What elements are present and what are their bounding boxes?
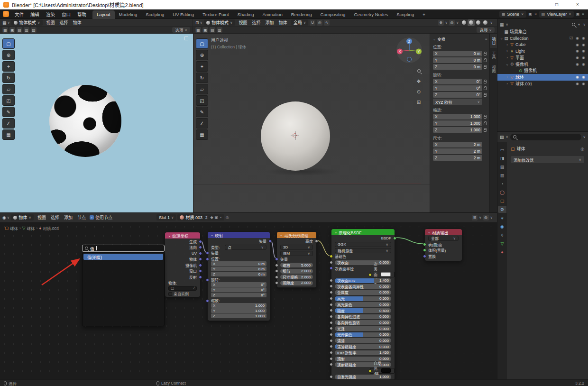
vector-field[interactable]: Z1.000 xyxy=(211,313,266,318)
fractal-type-dropdown[interactable]: fBM∨ xyxy=(280,251,313,256)
output-socket[interactable] xyxy=(199,276,202,279)
bsdf-input-row[interactable]: 次表面各向异性 次表面各向异性0.000 xyxy=(331,284,395,290)
properties-tab[interactable]: ∗ xyxy=(498,214,506,221)
scene-unlink-icon[interactable]: × xyxy=(534,12,537,16)
tool-button[interactable]: ↻ xyxy=(196,73,208,83)
eye-visibility-icon[interactable]: ◉ xyxy=(575,82,579,86)
shader-node-editor[interactable]: ◉∨ 物体∨ 视图选择添加节点 ✓ 使用节点 Slot 1∨ 材质.003 2 … xyxy=(0,212,497,379)
scale-field[interactable]: X1.000 xyxy=(433,114,482,119)
value-slider[interactable]: 清漆粗糙度0.030 xyxy=(335,344,391,349)
ortho-grid-icon[interactable]: ⊞ xyxy=(415,98,423,106)
output-socket[interactable] xyxy=(393,237,396,240)
output-socket[interactable] xyxy=(199,240,202,243)
transform-panel-header[interactable]: ⌄ 变换 ≡ xyxy=(433,36,487,42)
outliner-row[interactable]: › ▽ Cube ◉ ◉ xyxy=(497,41,588,48)
tool-button[interactable]: ◰ xyxy=(2,95,15,106)
value-slider-row[interactable]: 细节2.000 xyxy=(277,268,316,275)
value-slider[interactable]: 自发光强度1.000 xyxy=(335,375,391,379)
location-field[interactable]: Z0 m xyxy=(433,64,482,70)
node-collapse-icon[interactable]: ⌄ xyxy=(211,233,213,237)
editor-type-button[interactable]: ◉∨ xyxy=(2,215,9,220)
node-menu-item[interactable]: 节点 xyxy=(75,214,88,221)
viewlayer-copy-icon[interactable]: ▣ xyxy=(576,12,580,16)
topbar-menu-item[interactable]: 帮助 xyxy=(74,11,90,18)
input-socket[interactable] xyxy=(275,269,278,273)
center-viewport[interactable]: 用户透视 (1) Collection | 球体 ▢⊕+↻▱◰✎∠▦ Z X Y… xyxy=(193,34,497,212)
node-texture-coordinate[interactable]: ⌄ 纹理坐标 生成 法向 UV 物体 xyxy=(165,232,201,297)
node-principled-bsdf[interactable]: ⌄ 原理化BSDF BSDF GGX∨ 随机游走∨ 基础色 xyxy=(331,229,395,379)
object-name[interactable]: 球体.001 xyxy=(515,81,533,87)
bsdf-input-row[interactable]: 透射粗糙度 透射粗糙度0.000 xyxy=(331,362,395,368)
workspace-tab[interactable]: Sculpting xyxy=(141,10,168,19)
rotation-mode-dropdown[interactable]: XYZ 欧拉∨ xyxy=(433,99,482,105)
shading-mode-button[interactable] xyxy=(468,19,475,26)
mode-dropdown[interactable]: 物体模式∨ xyxy=(204,19,235,26)
vector-field[interactable]: Y1.000 xyxy=(211,308,266,313)
input-socket[interactable] xyxy=(330,363,333,366)
input-socket[interactable] xyxy=(330,375,333,378)
bsdf-input-row[interactable]: 各向异性旋转 各向异性旋转0.000 xyxy=(331,320,395,326)
value-slider[interactable]: 金属度0.000 xyxy=(335,290,391,295)
input-socket[interactable] xyxy=(330,351,333,354)
bsdf-input-row[interactable]: 清漆 清漆0.000 xyxy=(331,338,395,344)
workspace-tab[interactable]: Rendering xyxy=(287,10,316,19)
expand-arrow-icon[interactable]: › xyxy=(505,43,509,47)
value-slider[interactable]: 细节2.000 xyxy=(280,269,313,274)
lock-button[interactable] xyxy=(482,80,487,83)
left-viewport[interactable]: ▢⊕+↻▱◰✎∠▦ xyxy=(0,34,193,212)
node-header[interactable]: ⌄ 纹理坐标 xyxy=(165,232,200,239)
minimize-button[interactable]: – xyxy=(525,0,546,9)
tool-button[interactable]: + xyxy=(2,61,15,72)
maximize-button[interactable]: □ xyxy=(546,0,567,9)
search-icon[interactable] xyxy=(572,23,575,26)
input-socket[interactable] xyxy=(330,303,333,306)
vector-field[interactable]: Y0° xyxy=(211,287,266,292)
bsdf-input-row[interactable]: 糙度 糙度0.500 xyxy=(331,308,395,314)
tool-icon[interactable]: ▧ xyxy=(31,27,37,33)
input-socket[interactable] xyxy=(423,243,426,246)
tool-icon[interactable]: ▤ xyxy=(17,27,22,33)
bsdf-input-row[interactable]: 透射 透射0.000 xyxy=(331,356,395,362)
outliner-row[interactable]: ⌄ ⊙ 摄像机 ◉ ◉ xyxy=(497,61,588,67)
expand-arrow-icon[interactable]: › xyxy=(505,75,509,79)
bsdf-input-row[interactable]: 次表面半径 次表面半径 xyxy=(331,266,395,272)
workspace-tab[interactable]: UV Editing xyxy=(168,10,198,19)
overlays-toggle-icon[interactable]: ◍ xyxy=(449,20,455,26)
tool-button[interactable]: ✎ xyxy=(196,107,208,117)
tool-button[interactable]: ▱ xyxy=(196,84,208,94)
value-slider-row[interactable]: 间隙度2.000 xyxy=(277,280,316,286)
textured-sphere-object[interactable] xyxy=(49,85,121,157)
properties-search-input[interactable] xyxy=(510,134,581,140)
topbar-menu-item[interactable]: 渲染 xyxy=(43,11,58,18)
shading-mode-button[interactable] xyxy=(475,19,482,26)
workspace-tab[interactable]: Shading xyxy=(233,10,258,19)
object-name[interactable]: Light xyxy=(515,49,525,54)
lock-button[interactable] xyxy=(482,128,487,132)
bsdf-input-row[interactable]: 次表面 次表面0.000 xyxy=(331,259,395,266)
pan-hand-icon[interactable]: ✥ xyxy=(415,77,423,85)
object-name[interactable]: 场景集合 xyxy=(510,28,527,35)
snap-magnet-icon[interactable]: U xyxy=(310,20,315,26)
bsdf-input-row[interactable]: 高光 高光0.500 xyxy=(331,295,395,302)
input-socket[interactable] xyxy=(206,257,209,261)
outliner-row[interactable]: › ▽ 球体.001 ◉ ◉ xyxy=(497,81,588,87)
gizmo-toggle-icon[interactable]: ⊕ xyxy=(438,20,444,26)
eye-visibility-icon[interactable]: ◉ xyxy=(575,55,579,60)
input-socket[interactable] xyxy=(423,255,426,258)
vector-field[interactable]: Z0° xyxy=(211,293,266,297)
workspace-tab[interactable]: Animation xyxy=(258,10,286,19)
vector-field[interactable]: Z0 m xyxy=(211,272,266,276)
tool-icon[interactable]: ▣ xyxy=(202,27,208,33)
input-socket[interactable] xyxy=(330,333,333,336)
tool-button[interactable]: ∠ xyxy=(2,118,15,129)
tool-button[interactable]: ∠ xyxy=(196,118,208,129)
outliner-row[interactable]: ⊙ 摄像机 xyxy=(497,67,588,74)
checkbox-icon[interactable]: ☑ xyxy=(569,36,573,40)
bsdf-input-row[interactable]: 自发光(辐射) 自发光(辐射) xyxy=(370,368,395,374)
input-socket[interactable] xyxy=(330,339,333,342)
blender-menu-icon[interactable] xyxy=(3,11,9,17)
scene-copy-icon[interactable]: ▣ xyxy=(529,12,533,16)
input-socket[interactable] xyxy=(368,369,372,373)
lock-button[interactable] xyxy=(482,52,487,55)
value-slider[interactable]: 高光染色0.000 xyxy=(335,302,391,307)
